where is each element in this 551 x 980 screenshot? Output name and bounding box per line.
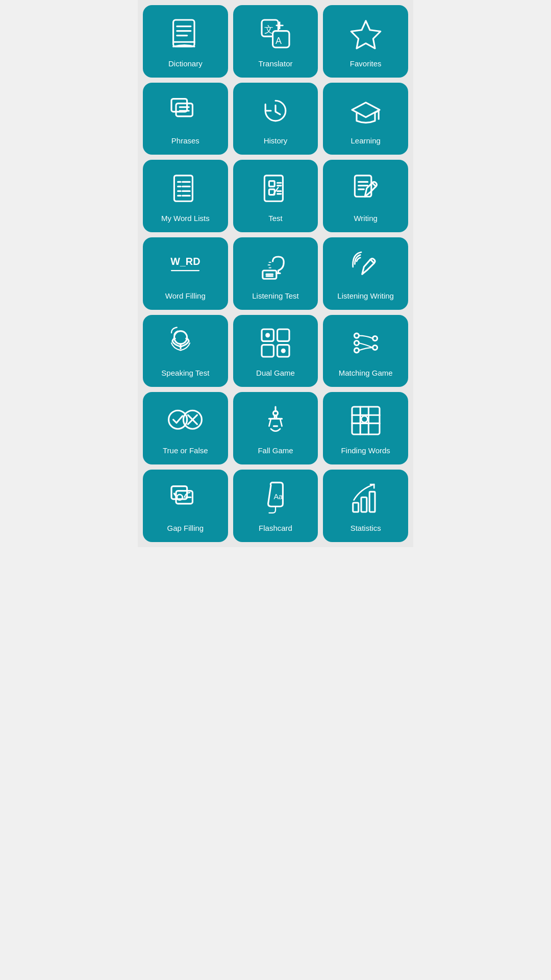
svg-marker-9 [351,21,381,48]
flashcard-icon: Aa [237,476,314,521]
card-flashcard[interactable]: AaFlashcard [233,470,318,542]
svg-text:Aa: Aa [273,493,283,501]
svg-point-56 [354,341,359,346]
svg-point-54 [265,333,270,338]
writing-label: Writing [354,214,377,223]
card-listening-test[interactable]: Listening Test [233,237,318,310]
speaking-test-icon [147,321,224,366]
matching-game-label: Matching Game [339,369,393,378]
test-label: Test [268,214,283,223]
favorites-icon [327,11,404,56]
history-icon [237,89,314,134]
listening-test-icon [237,243,314,288]
card-true-or-false[interactable]: True or False [143,392,228,464]
card-dictionary[interactable]: Dictionary [143,5,228,78]
fall-game-label: Fall Game [258,446,293,455]
svg-rect-51 [262,345,273,357]
translator-icon: 文A [237,11,314,56]
card-fall-game[interactable]: Fall Game [233,392,318,464]
card-my-word-lists[interactable]: My Word Lists [143,160,228,232]
card-phrases[interactable]: Phrases [143,83,228,155]
word-filling-icon: W_RD [147,243,224,288]
svg-rect-82 [361,497,367,512]
dictionary-icon [147,11,224,56]
svg-text:W_RD: W_RD [171,256,201,267]
card-gap-filling[interactable]: Gap Filling [143,470,228,542]
svg-point-67 [273,411,278,415]
listening-test-label: Listening Test [252,291,298,301]
card-statistics[interactable]: Statistics [323,470,408,542]
svg-point-55 [354,334,359,338]
listening-writing-label: Listening Writing [337,291,394,301]
card-writing[interactable]: Writing [323,160,408,232]
true-or-false-label: True or False [163,446,208,455]
svg-text:A: A [276,36,282,46]
card-speaking-test[interactable]: Speaking Test [143,315,228,387]
card-dual-game[interactable]: Dual Game [233,315,318,387]
statistics-label: Statistics [350,524,381,533]
my-word-lists-label: My Word Lists [161,214,210,223]
phrases-label: Phrases [171,136,199,145]
matching-game-icon [327,321,404,366]
translator-label: Translator [259,59,293,68]
svg-point-53 [281,349,286,353]
true-or-false-icon [147,398,224,443]
app-grid: Dictionary文ATranslatorFavoritesPhrasesHi… [138,0,413,547]
statistics-icon [327,476,404,521]
speaking-test-label: Speaking Test [161,369,209,378]
card-finding-words[interactable]: Finding Words [323,392,408,464]
word-filling-label: Word Filling [165,291,206,301]
svg-point-59 [372,346,377,350]
svg-rect-81 [353,503,358,512]
card-learning[interactable]: Learning [323,83,408,155]
card-matching-game[interactable]: Matching Game [323,315,408,387]
svg-rect-10 [171,99,187,112]
card-test[interactable]: Test [233,160,318,232]
fall-game-icon [237,398,314,443]
svg-point-57 [354,348,359,353]
svg-rect-69 [352,407,380,434]
svg-rect-83 [369,492,375,512]
learning-label: Learning [350,136,380,145]
flashcard-label: Flashcard [259,524,292,533]
svg-point-58 [372,336,377,341]
gap-filling-icon [147,476,224,521]
svg-point-47 [174,331,187,344]
listening-writing-icon [327,243,404,288]
favorites-label: Favorites [350,59,382,68]
learning-icon [327,89,404,134]
card-translator[interactable]: 文ATranslator [233,5,318,78]
test-icon [237,166,314,211]
card-listening-writing[interactable]: Listening Writing [323,237,408,310]
dictionary-label: Dictionary [168,59,203,68]
writing-icon [327,166,404,211]
phrases-icon [147,89,224,134]
svg-rect-26 [269,181,274,187]
card-history[interactable]: History [233,83,318,155]
history-label: History [264,136,288,145]
svg-rect-16 [174,176,193,201]
finding-words-label: Finding Words [341,446,390,455]
my-word-lists-icon [147,166,224,211]
dual-game-label: Dual Game [256,369,295,378]
svg-rect-25 [264,176,283,201]
dual-game-icon [237,321,314,366]
card-word-filling[interactable]: W_RDWord Filling [143,237,228,310]
svg-rect-50 [278,329,289,341]
gap-filling-label: Gap Filling [167,524,204,533]
card-favorites[interactable]: Favorites [323,5,408,78]
svg-point-74 [361,416,368,423]
svg-rect-11 [176,104,192,116]
svg-point-60 [169,410,187,429]
finding-words-icon [327,398,404,443]
